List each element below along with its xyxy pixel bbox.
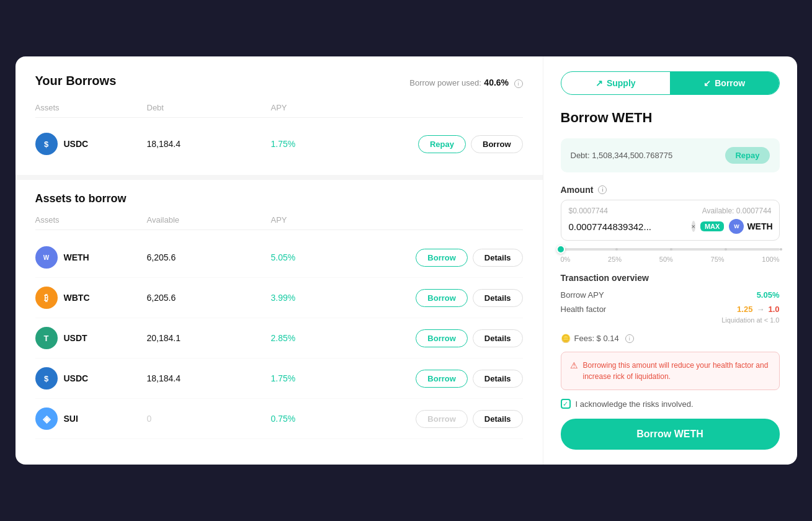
amount-top-row: $0.0007744 Available: 0.0007744 (569, 207, 772, 215)
warning-text: Borrowing this amount will reduce your h… (583, 360, 770, 382)
health-factor-values: 1.25 → 1.0 (737, 305, 779, 314)
borrows-table-header: Assets Debt APY (35, 103, 523, 118)
usdc-actions2: Borrow Details (416, 370, 522, 388)
header-debt: Debt (147, 103, 271, 112)
amount-input-row: × MAX W WETH (569, 219, 772, 234)
asset-cell-weth: W WETH (35, 246, 147, 269)
usdt-apy: 2.85% (271, 333, 416, 343)
usdc-apy: 1.75% (271, 139, 418, 149)
asset-cell-sui: ◈ SUI (35, 407, 147, 430)
usdc-apy2: 1.75% (271, 373, 416, 383)
debt-box: Debt: 1,508,344,500.768775 Repay (561, 138, 780, 172)
usdc-name2: USDC (64, 373, 89, 383)
asset-cell-usdt: T USDT (35, 327, 147, 349)
amount-input[interactable] (569, 221, 687, 232)
borrow-apy-label: Borrow APY (561, 290, 604, 300)
wbtc-name: WBTC (64, 293, 90, 303)
weth-details-button[interactable]: Details (473, 249, 523, 267)
left-panel: Your Borrows Borrow power used: 40.6% i … (16, 56, 543, 465)
your-borrows-header: Your Borrows Borrow power used: 40.6% i (35, 74, 523, 91)
amount-available: Available: 0.0007744 (702, 207, 772, 215)
sui-borrow-button: Borrow (416, 410, 468, 428)
wbtc-icon: ₿ (35, 287, 58, 309)
main-container: Your Borrows Borrow power used: 40.6% i … (16, 56, 797, 465)
wbtc-apy: 3.99% (271, 293, 416, 303)
usdt-icon: T (35, 327, 58, 349)
fees-icon: 🪙 (561, 334, 571, 343)
right-panel: ↗ Supply ↙ Borrow Borrow WETH Debt: 1,50… (543, 56, 797, 465)
asset-row-weth: W WETH 6,205.6 5.05% Borrow Details (35, 238, 523, 278)
usdc-borrow-button2[interactable]: Borrow (416, 370, 468, 388)
amount-placeholder: $0.0007744 (569, 207, 608, 215)
weth-borrow-button[interactable]: Borrow (416, 249, 468, 267)
slider-label-100: 100% (762, 256, 779, 263)
borrow-submit-button[interactable]: Borrow WETH (561, 419, 780, 450)
wbtc-details-button[interactable]: Details (473, 289, 523, 307)
usdc-icon2: $ (35, 367, 58, 390)
panel-title: Borrow WETH (561, 110, 780, 126)
slider-label-25: 25% (608, 256, 622, 263)
weth-token: W WETH (729, 219, 772, 234)
acknowledge-checkbox[interactable]: ✓ (561, 399, 571, 409)
wbtc-borrow-button[interactable]: Borrow (416, 289, 468, 307)
sui-details-button[interactable]: Details (473, 410, 523, 428)
weth-actions: Borrow Details (416, 249, 522, 267)
usdc-actions: Repay Borrow (418, 135, 523, 153)
header-assets2: Assets (35, 215, 147, 225)
borrow-row-usdc: $ USDC 18,184.4 1.75% Repay Borrow (35, 125, 523, 163)
borrow-power-value: 40.6% (484, 78, 509, 87)
max-badge[interactable]: MAX (700, 221, 724, 231)
tab-bar: ↗ Supply ↙ Borrow (561, 71, 780, 95)
usdc-borrow-button[interactable]: Borrow (471, 135, 523, 153)
tx-borrow-apy-row: Borrow APY 5.05% (561, 290, 780, 300)
usdt-borrow-button[interactable]: Borrow (416, 329, 468, 347)
wbtc-actions: Borrow Details (416, 289, 522, 307)
liquidation-note: Liquidation at < 1.0 (561, 316, 780, 324)
warning-icon: ⚠ (570, 360, 578, 370)
asset-row-usdt: T USDT 20,184.1 2.85% Borrow Details (35, 318, 523, 358)
header-apy: APY (271, 103, 523, 112)
slider-container[interactable]: 0% 25% 50% 75% 100% (561, 248, 780, 263)
your-borrows-title: Your Borrows (35, 74, 117, 88)
assets-to-borrow-title: Assets to borrow (35, 192, 523, 205)
borrow-tab[interactable]: ↙ Borrow (670, 72, 779, 94)
asset-cell-wbtc: ₿ WBTC (35, 287, 147, 309)
tx-health-factor-row: Health factor 1.25 → 1.0 (561, 305, 780, 314)
usdt-details-button[interactable]: Details (473, 329, 523, 347)
hf-new: 1.0 (768, 305, 779, 314)
usdc-repay-button[interactable]: Repay (418, 135, 466, 153)
slider-thumb[interactable] (556, 245, 565, 254)
header-assets: Assets (35, 103, 147, 112)
tx-overview-title: Transaction overview (561, 273, 780, 283)
slider-label-50: 50% (659, 256, 673, 263)
weth-token-label: WETH (747, 221, 772, 231)
amount-info-icon[interactable]: i (598, 185, 607, 194)
acknowledge-row[interactable]: ✓ I acknowledge the risks involved. (561, 399, 780, 409)
asset-row-usdc2: $ USDC 18,184.4 1.75% Borrow Details (35, 358, 523, 399)
debt-label: Debt: 1,508,344,500.768775 (571, 151, 673, 160)
sui-name: SUI (64, 414, 78, 424)
debt-repay-button[interactable]: Repay (725, 147, 769, 164)
wbtc-available: 6,205.6 (147, 293, 271, 303)
clear-button[interactable]: × (692, 221, 695, 232)
supply-tab-label: Supply (607, 78, 636, 88)
weth-name: WETH (64, 252, 89, 262)
sui-actions: Borrow Details (416, 410, 522, 428)
borrow-tab-icon: ↙ (703, 78, 711, 88)
amount-input-box: $0.0007744 Available: 0.0007744 × MAX W … (561, 200, 780, 241)
weth-available: 6,205.6 (147, 252, 271, 262)
acknowledge-label: I acknowledge the risks involved. (576, 399, 694, 409)
header-apy2: APY (271, 215, 523, 225)
supply-tab[interactable]: ↗ Supply (561, 72, 671, 94)
usdc-debt: 18,184.4 (147, 139, 271, 149)
health-factor-label: Health factor (561, 305, 607, 314)
asset-cell-usdc2: $ USDC (35, 367, 147, 390)
borrow-assets-table-header: Assets Available APY (35, 215, 523, 230)
fees-info-icon[interactable]: i (625, 334, 634, 343)
borrow-power-info-icon[interactable]: i (514, 79, 523, 88)
usdc-details-button2[interactable]: Details (473, 370, 523, 388)
borrow-power-info: Borrow power used: 40.6% i (409, 77, 522, 88)
usdc-name: USDC (64, 139, 89, 149)
slider-track (561, 248, 780, 251)
usdt-actions: Borrow Details (416, 329, 522, 347)
